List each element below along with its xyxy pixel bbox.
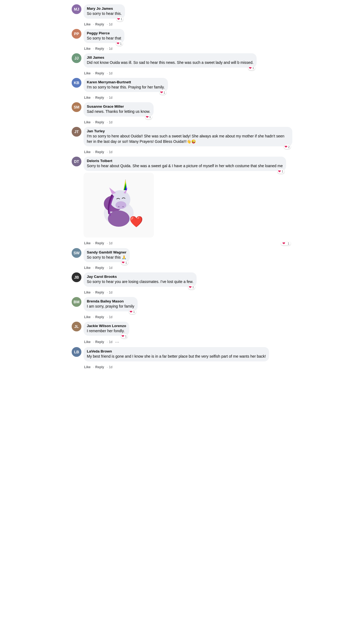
reply-button[interactable]: Reply [95, 47, 104, 51]
avatar[interactable]: SW [72, 248, 81, 258]
comment-bubble: Mary Jo JamesSo sorry to hear this.❤1 [84, 4, 125, 19]
comment-body: Karen Merryman-BurtnettI'm so sorry to h… [84, 78, 292, 100]
comment-bubble: Jan TurleyI'm so sorry to here about Oui… [84, 127, 292, 146]
commenter-name[interactable]: Karen Merryman-Burtnett [87, 80, 165, 84]
reply-button[interactable]: Reply [95, 291, 104, 294]
separator: · [93, 150, 94, 154]
commenter-name[interactable]: Jackie Wilson Lorenzo [87, 324, 126, 328]
reply-button[interactable]: Reply [95, 71, 104, 75]
avatar[interactable]: PP [72, 29, 81, 39]
reply-button[interactable]: Reply [95, 365, 104, 369]
reaction-badge[interactable]: ❤1 [117, 17, 123, 21]
separator: · [93, 365, 94, 369]
reaction-badge[interactable]: ❤1 [277, 169, 284, 174]
avatar[interactable]: KB [72, 78, 81, 88]
comment-image[interactable]: ❤️ [84, 173, 154, 238]
like-button[interactable]: Like [84, 47, 91, 51]
reply-button[interactable]: Reply [95, 120, 104, 124]
comment-text: I am sorry, praying for family [87, 304, 134, 308]
comment-item: JTJan TurleyI'm so sorry to here about O… [72, 127, 292, 154]
commenter-name[interactable]: Peggy Pierce [87, 31, 121, 35]
avatar[interactable]: LB [72, 347, 81, 357]
comment-item: LBLaVeda BrownMy best friend is gone and… [72, 347, 292, 369]
like-button[interactable]: Like [84, 241, 91, 245]
reply-button[interactable]: Reply [95, 315, 104, 319]
reaction-badge[interactable]: ❤1 [129, 309, 136, 314]
unicorn-image: ❤️ [84, 173, 154, 238]
avatar[interactable]: BM [72, 297, 81, 307]
reply-button[interactable]: Reply [95, 96, 104, 100]
avatar[interactable]: JJ [72, 53, 81, 63]
comment-text: So sorry to hear you are losing classmat… [87, 279, 193, 284]
separator: · [107, 120, 108, 124]
like-button[interactable]: Like [84, 315, 91, 319]
comment-bubble: Peggy PierceSo sorry to hear that❤1 [84, 29, 124, 43]
like-button[interactable]: Like [84, 22, 91, 26]
image-reaction-inline[interactable]: ❤ 1 [281, 241, 292, 245]
like-button[interactable]: Like [84, 291, 91, 294]
comment-actions: Like · Reply · 1d [84, 365, 292, 369]
timestamp: 1d [109, 266, 112, 270]
reaction-badge[interactable]: ❤1 [188, 285, 195, 289]
separator: · [107, 71, 108, 75]
like-button[interactable]: Like [84, 120, 91, 124]
separator: · [107, 150, 108, 154]
timestamp: 1d [109, 315, 112, 319]
comment-text: So sorry to hear that [87, 36, 121, 40]
like-button[interactable]: Like [84, 71, 91, 75]
commenter-name[interactable]: Mary Jo James [87, 6, 122, 11]
reply-button[interactable]: Reply [95, 241, 104, 245]
comment-item: SWSandy Gambill WagnerSo sorry to hear t… [72, 248, 292, 270]
avatar[interactable]: JT [72, 127, 81, 137]
avatar[interactable]: JB [72, 272, 81, 282]
comment-body: Jay Carol BrooksSo sorry to hear you are… [84, 272, 292, 294]
avatar[interactable]: SM [72, 102, 81, 112]
commenter-name[interactable]: Sandy Gambill Wagner [87, 250, 127, 254]
comment-actions: Like · Reply · 1d ❤ 1 [84, 241, 292, 245]
reaction-badge[interactable]: ❤1 [248, 66, 255, 70]
commenter-name[interactable]: Brenda Bailey Mason [87, 299, 134, 303]
commenter-name[interactable]: Deloris Tolbert [87, 159, 283, 163]
comment-body: Jackie Wilson LorenzoI remember her fond… [84, 322, 292, 345]
commenter-name[interactable]: Susanne Grace Miller [87, 104, 150, 108]
commenter-name[interactable]: Jay Carol Brooks [87, 275, 193, 279]
comment-text: I remember her fondly. [87, 329, 125, 333]
commenter-name[interactable]: Jill James [87, 55, 253, 60]
avatar[interactable]: JL [72, 322, 81, 331]
separator: · [107, 291, 108, 294]
comment-actions: Like · Reply · 1d [84, 120, 292, 124]
commenter-name[interactable]: Jan Turley [87, 129, 289, 133]
like-button[interactable]: Like [84, 365, 91, 369]
commenter-name[interactable]: LaVeda Brown [87, 349, 266, 353]
comment-item: KBKaren Merryman-BurtnettI'm so sorry to… [72, 78, 292, 100]
reaction-badge[interactable]: ❤1 [145, 115, 152, 119]
comment-item: JBJay Carol BrooksSo sorry to hear you a… [72, 272, 292, 294]
more-options-button[interactable]: ··· [114, 340, 120, 344]
comment-actions: Like · Reply · 1d [84, 266, 292, 270]
comment-bubble: Jay Carol BrooksSo sorry to hear you are… [84, 272, 197, 287]
reaction-badge[interactable]: ❤1 [121, 334, 128, 338]
comment-actions: Like · Reply · 1d [84, 291, 292, 294]
like-button[interactable]: Like [84, 266, 91, 270]
reaction-badge[interactable]: ❤1 [116, 41, 123, 46]
comment-thread: MJMary Jo JamesSo sorry to hear this.❤1 … [68, 2, 296, 374]
timestamp: 1d [109, 120, 112, 124]
reply-button[interactable]: Reply [95, 266, 104, 270]
avatar[interactable]: MJ [72, 4, 81, 14]
timestamp: 1d [109, 22, 112, 26]
separator: · [93, 22, 94, 26]
like-button[interactable]: Like [84, 340, 91, 344]
comment-bubble: Karen Merryman-BurtnettI'm so sorry to h… [84, 78, 168, 92]
like-button[interactable]: Like [84, 96, 91, 100]
reaction-badge[interactable]: ❤1 [160, 90, 166, 95]
reaction-badge[interactable]: ❤1 [121, 260, 128, 265]
svg-point-9 [122, 206, 124, 207]
avatar[interactable]: DT [72, 157, 81, 166]
comment-item: JJJill JamesDid not know Ouida was ill. … [72, 53, 292, 75]
reply-button[interactable]: Reply [95, 340, 104, 344]
comment-body: Jan TurleyI'm so sorry to here about Oui… [84, 127, 292, 154]
reply-button[interactable]: Reply [95, 150, 104, 154]
reaction-badge[interactable]: ❤2 [284, 144, 291, 149]
like-button[interactable]: Like [84, 150, 91, 154]
reply-button[interactable]: Reply [95, 22, 104, 26]
